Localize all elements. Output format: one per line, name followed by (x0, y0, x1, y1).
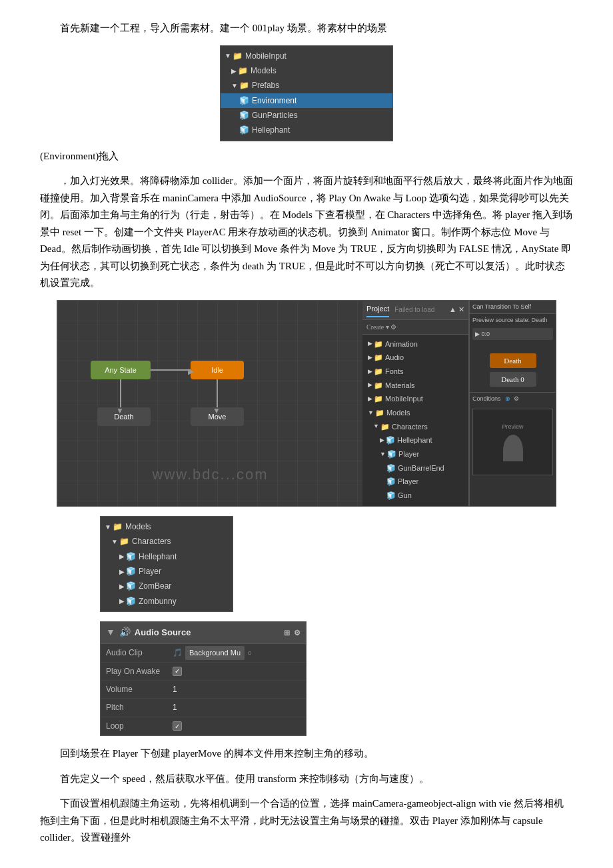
state-any-state: Any State (91, 361, 151, 379)
proj-icon-animation: 📁 (374, 338, 383, 351)
preview-timeline: ▶ 0:0 (472, 328, 553, 340)
audio-icon-gear[interactable]: ⚙ (294, 627, 301, 639)
paragraph-5: 下面设置相机跟随主角运动，先将相机调到一个合适的位置，选择 mainCamera… (40, 795, 573, 847)
label-hellephant: Hellephant (139, 550, 177, 563)
proj-row-animation[interactable]: ▶ 📁 Animation (362, 337, 468, 351)
audio-clip-circle[interactable]: ○ (247, 647, 252, 659)
proj-label-materials: Materials (385, 379, 415, 392)
prefab-icon-environment: 🧊 (239, 94, 249, 107)
checkbox-loop[interactable]: ✓ (173, 721, 182, 731)
audio-clip-icon: 🎵 (173, 646, 183, 659)
inline-note-text: (Environment)拖入 (40, 151, 119, 161)
audio-header-icons: ⊞ ⚙ (284, 627, 301, 639)
state-idle[interactable]: Idle (191, 361, 244, 379)
proj-row-mobileinput2[interactable]: ▶ 📁 MobileInput (362, 392, 468, 406)
checkbox-playonawake[interactable]: ✓ (173, 667, 182, 676)
audio-row-playonawake: Play On Awake ✓ (101, 663, 306, 681)
conn-anystate-idle (151, 369, 191, 371)
models-tree-row-characters: ▼ 📁 Characters (101, 534, 233, 549)
label-zombunny: Zombunny (139, 595, 177, 608)
folder-row-gunparticles[interactable]: 🧊 GunParticles (221, 108, 392, 123)
arrow-hellephant: ▶ (119, 551, 125, 562)
audio-value-pitch: 1 (173, 701, 301, 714)
icon-zombear: 🧊 (126, 579, 136, 593)
proj-arrow-mobileinput2: ▶ (368, 394, 372, 404)
prefab-icon-hellephant: 🧊 (239, 123, 249, 137)
conditions-settings-icon[interactable]: ⚙ (514, 395, 519, 402)
arrow-icon-models: ▶ (231, 65, 237, 77)
conditions-add-icon[interactable]: ⊕ (505, 395, 510, 402)
project-tab[interactable]: Project (366, 303, 389, 317)
icon-hellephant: 🧊 (126, 550, 136, 563)
folder-row-hellephant[interactable]: 🧊 Hellephant (221, 123, 392, 137)
audio-source-title: Audio Source (135, 625, 191, 640)
icon-zombunny: 🧊 (126, 595, 136, 608)
folder-label-models: Models (251, 64, 277, 77)
proj-row-gun[interactable]: 🧊 Gun (362, 489, 468, 503)
folder-tree-1: ▼ 📁 MobileInput ▶ 📁 Models ▼ 📁 Prefabs 🧊… (220, 45, 393, 141)
project-content: ▶ 📁 Animation ▶ 📁 Audio ▶ 📁 Fonts (362, 335, 468, 507)
audio-label-clip: Audio Clip (106, 646, 173, 659)
proj-label-models2: Models (386, 407, 410, 419)
conditions-section: Conditions ⊕ ⚙ (470, 392, 556, 405)
proj-arrow-player2: ▼ (380, 449, 386, 459)
proj-arrow-characters2: ▼ (373, 421, 379, 431)
proj-row-hellephant2[interactable]: ▶ 🧊 Hellephant (362, 433, 468, 447)
proj-row-death-anim[interactable]: ▶ Death (362, 503, 468, 507)
folder-label-hellephant: Hellephant (252, 123, 290, 137)
proj-row-materials[interactable]: ▶ 📁 Materials (362, 379, 468, 393)
failed-load-text: Failed to load (394, 304, 434, 315)
proj-arrow-materials: ▶ (368, 380, 372, 390)
proj-label-fonts: Fonts (385, 365, 404, 378)
preview-source-state-text: Preview source state: Death (472, 317, 548, 323)
proj-row-models2[interactable]: ▼ 📁 Models (362, 406, 468, 420)
paragraph-4-text: 首先定义一个 speed，然后获取水平值。使用 transform 来控制移动（… (60, 773, 429, 784)
audio-row-volume: Volume 1 (101, 681, 306, 699)
proj-label-audio: Audio (385, 351, 404, 364)
conditions-label: Conditions (472, 395, 501, 402)
audio-icon-grid[interactable]: ⊞ (284, 627, 290, 639)
models-tree-row-zombunny[interactable]: ▶ 🧊 Zombunny (101, 594, 233, 609)
arrow-icon-prefabs: ▼ (231, 80, 238, 91)
proj-row-player3[interactable]: 🧊 Player (362, 475, 468, 489)
preview-character-silhouette (503, 435, 523, 461)
arrow-characters: ▼ (111, 536, 118, 547)
proj-label-animation: Animation (385, 338, 418, 351)
animator-panel: Any State Idle Death Move ▶ ▼ (57, 301, 364, 507)
proj-label-gun: Gun (398, 489, 412, 502)
audio-row-loop: Loop ✓ (101, 717, 306, 735)
proj-icon-audio: 📁 (374, 351, 383, 364)
proj-label-gunbarrelend: GunBarrelEnd (398, 462, 444, 475)
audio-value-clip[interactable]: 🎵 Background Mu ○ (173, 646, 301, 660)
models-tree-row-player[interactable]: ▶ 🧊 Player (101, 564, 233, 579)
state-anystate-label: Any State (105, 364, 137, 377)
audio-value-playonawake[interactable]: ✓ (173, 667, 301, 676)
proj-row-characters2[interactable]: ▼ 📁 Characters (362, 420, 468, 434)
audio-value-loop[interactable]: ✓ (173, 721, 301, 731)
folder-row-environment[interactable]: 🧊 Environment (221, 93, 392, 108)
audio-source-panel: ▼ 🔊 Audio Source ⊞ ⚙ Audio Clip 🎵 Backgr… (100, 621, 306, 736)
folder-label-gunparticles: GunParticles (252, 109, 298, 122)
icon-characters: 📁 (119, 535, 129, 548)
proj-row-gunbarrelend[interactable]: 🧊 GunBarrelEnd (362, 461, 468, 475)
proj-row-player2[interactable]: ▼ 🧊 Player (362, 447, 468, 461)
folder-icon: 📁 (233, 49, 243, 63)
proj-icon-gun: 🧊 (386, 489, 396, 502)
folder-label-prefabs: Prefabs (252, 79, 279, 92)
state-death[interactable]: Death (97, 407, 151, 426)
paragraph-2-text: ，加入灯光效果。将障碍物添加 collider。添加一个面片，将面片旋转到和地面… (40, 175, 573, 288)
arrow-idle-move: ▼ (213, 404, 221, 417)
audio-expand-arrow[interactable]: ▼ (106, 625, 115, 641)
proj-icon-fonts: 📁 (374, 365, 383, 378)
proj-row-fonts[interactable]: ▶ 📁 Fonts (362, 365, 468, 379)
models-tree-row-zombear[interactable]: ▶ 🧊 ZomBear (101, 579, 233, 593)
proj-label-death-anim: Death (392, 503, 412, 507)
models-tree-row-hellephant[interactable]: ▶ 🧊 Hellephant (101, 549, 233, 564)
preview-label-text: Preview (502, 422, 523, 432)
preview-title-text: Can Transition To Self (472, 303, 531, 310)
proj-icon-hellephant2: 🧊 (386, 434, 395, 447)
proj-row-audio[interactable]: ▶ 📁 Audio (362, 351, 468, 365)
project-icons: ▲ ✕ (449, 303, 464, 316)
page-container: 首先新建一个工程，导入所需素材。建一个 001play 场景。将素材中的场景 ▼… (0, 0, 613, 868)
project-breadcrumb: Create ▾ ⚙ (366, 321, 396, 333)
